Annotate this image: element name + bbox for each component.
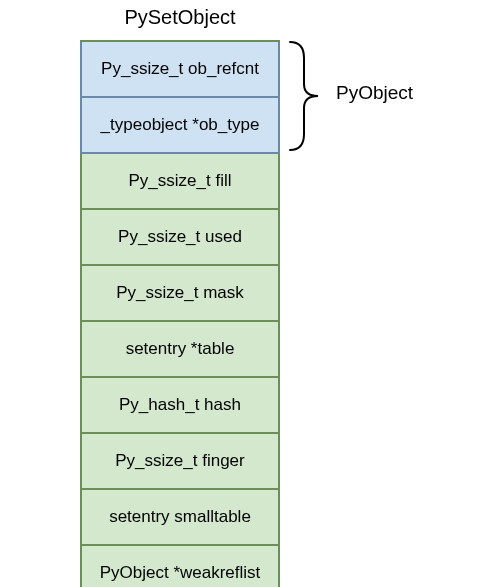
- struct-field-label: Py_ssize_t fill: [129, 171, 232, 191]
- struct-field-label: _typeobject *ob_type: [101, 115, 260, 135]
- struct-field-label: Py_hash_t hash: [119, 395, 241, 415]
- brace-label: PyObject: [336, 82, 413, 104]
- struct-row: Py_ssize_t finger: [80, 434, 280, 490]
- struct-row: Py_hash_t hash: [80, 378, 280, 434]
- struct-row: Py_ssize_t ob_refcnt: [80, 42, 280, 98]
- struct-field-label: Py_ssize_t ob_refcnt: [101, 59, 259, 79]
- struct-table: Py_ssize_t ob_refcnt _typeobject *ob_typ…: [80, 40, 280, 587]
- struct-field-label: Py_ssize_t used: [118, 227, 242, 247]
- struct-row: setentry smalltable: [80, 490, 280, 546]
- struct-field-label: setentry *table: [126, 339, 235, 359]
- struct-row: Py_ssize_t used: [80, 210, 280, 266]
- struct-field-label: Py_ssize_t finger: [115, 451, 244, 471]
- struct-field-label: PyObject *weakreflist: [100, 563, 261, 583]
- struct-row: setentry *table: [80, 322, 280, 378]
- struct-row: PyObject *weakreflist: [80, 546, 280, 587]
- struct-row: Py_ssize_t mask: [80, 266, 280, 322]
- struct-field-label: setentry smalltable: [109, 507, 251, 527]
- struct-field-label: Py_ssize_t mask: [116, 283, 244, 303]
- struct-row: Py_ssize_t fill: [80, 154, 280, 210]
- diagram-canvas: PySetObject Py_ssize_t ob_refcnt _typeob…: [0, 0, 504, 587]
- struct-row: _typeobject *ob_type: [80, 98, 280, 154]
- struct-title: PySetObject: [80, 6, 280, 29]
- brace-icon: [286, 40, 322, 152]
